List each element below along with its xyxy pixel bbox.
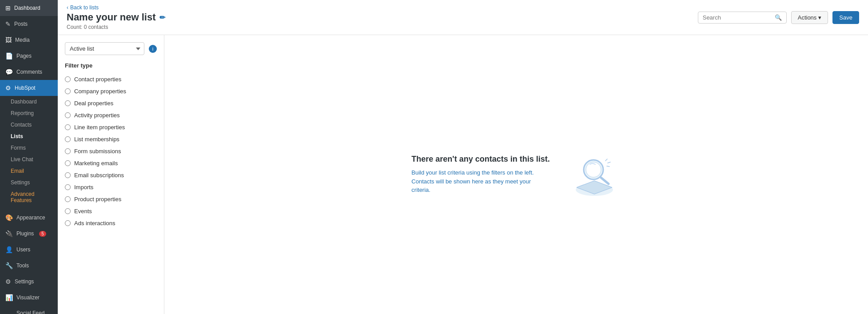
filter-option-activity-properties[interactable]: Activity properties	[65, 109, 157, 121]
filter-type-label: Filter type	[65, 62, 157, 69]
sidebar-sub-live-chat[interactable]: Live Chat	[0, 154, 58, 165]
save-button[interactable]: Save	[832, 11, 859, 24]
sidebar-item-comments[interactable]: 💬 Comments	[0, 64, 58, 80]
filter-radio-form-submissions[interactable]	[65, 148, 71, 154]
topbar: ‹ Back to lists Name your new list ✏ Cou…	[58, 0, 868, 35]
filter-radio-marketing-emails[interactable]	[65, 160, 71, 166]
dashboard-icon: ⊞	[5, 4, 11, 12]
edit-title-icon[interactable]: ✏	[159, 13, 165, 22]
title-section: ‹ Back to lists Name your new list ✏ Cou…	[67, 4, 165, 30]
back-chevron-icon: ‹	[67, 4, 68, 11]
sidebar-sub-hs-dashboard[interactable]: Dashboard	[0, 96, 58, 107]
search-box[interactable]: 🔍	[698, 12, 787, 24]
back-to-lists-link[interactable]: ‹ Back to lists	[67, 4, 165, 11]
page-title-area: Name your new list ✏ Count: 0 contacts	[67, 12, 165, 30]
main-area: ‹ Back to lists Name your new list ✏ Cou…	[58, 0, 868, 314]
filter-option-form-submissions[interactable]: Form submissions	[65, 145, 157, 157]
empty-state-title: There aren't any contacts in this list.	[411, 155, 549, 164]
visualizer-icon: 📊	[5, 294, 13, 301]
sidebar-item-social-feed-gallery[interactable]: 📷 Social Feed Gallery	[0, 306, 58, 314]
filter-option-marketing-emails[interactable]: Marketing emails	[65, 157, 157, 169]
page-title: Name your new list ✏	[67, 12, 165, 23]
filter-option-deal-properties[interactable]: Deal properties	[65, 97, 157, 109]
filter-radio-imports[interactable]	[65, 184, 71, 190]
filter-radio-line-item-properties[interactable]	[65, 124, 71, 130]
filter-option-ads-interactions[interactable]: Ads interactions	[65, 217, 157, 229]
plugins-badge: 5	[39, 231, 46, 237]
actions-button[interactable]: Actions ▾	[791, 11, 828, 24]
comments-icon: 💬	[5, 68, 13, 76]
sidebar-item-plugins[interactable]: 🔌 Plugins 5	[0, 226, 58, 242]
tools-icon: 🔧	[5, 262, 13, 269]
sidebar-sub-email[interactable]: Email	[0, 165, 58, 177]
sidebar-item-hubspot[interactable]: ⚙ HubSpot	[0, 80, 58, 96]
svg-line-3	[601, 178, 609, 184]
svg-line-6	[605, 159, 607, 161]
actions-dropdown-arrow-icon: ▾	[818, 14, 821, 21]
svg-point-5	[586, 162, 601, 177]
empty-state-text: There aren't any contacts in this list. …	[411, 155, 549, 195]
sidebar-sub-contacts[interactable]: Contacts	[0, 119, 58, 131]
empty-state: There aren't any contacts in this list. …	[164, 35, 868, 314]
filter-radio-activity-properties[interactable]	[65, 112, 71, 118]
content-area: Active list Static list i Filter type Co…	[58, 35, 868, 314]
sidebar-item-appearance[interactable]: 🎨 Appearance	[0, 210, 58, 226]
sidebar: ⊞ Dashboard ✎ Posts 🖼 Media 📄 Pages 💬 Co…	[0, 0, 58, 314]
appearance-icon: 🎨	[5, 214, 13, 221]
sidebar-item-pages[interactable]: 📄 Pages	[0, 48, 58, 64]
filter-radio-product-properties[interactable]	[65, 196, 71, 202]
filter-option-list-memberships[interactable]: List memberships	[65, 133, 157, 145]
page-subtitle: Count: 0 contacts	[67, 24, 165, 30]
settings-icon: ⚙	[5, 278, 11, 285]
filter-panel: Active list Static list i Filter type Co…	[58, 35, 164, 314]
sidebar-item-dashboard[interactable]: ⊞ Dashboard	[0, 0, 58, 16]
sidebar-item-tools[interactable]: 🔧 Tools	[0, 258, 58, 274]
svg-line-7	[608, 162, 610, 163]
sidebar-sub-settings[interactable]: Settings	[0, 177, 58, 188]
list-type-select[interactable]: Active list Static list	[65, 42, 144, 55]
filter-radio-contact-properties[interactable]	[65, 76, 71, 82]
filter-option-company-properties[interactable]: Company properties	[65, 85, 157, 97]
pages-icon: 📄	[5, 52, 13, 60]
sidebar-item-users[interactable]: 👤 Users	[0, 242, 58, 258]
filter-radio-email-subscriptions[interactable]	[65, 172, 71, 178]
filter-option-product-properties[interactable]: Product properties	[65, 193, 157, 205]
users-icon: 👤	[5, 246, 13, 253]
filter-option-contact-properties[interactable]: Contact properties	[65, 73, 157, 85]
sidebar-item-visualizer[interactable]: 📊 Visualizer	[0, 290, 58, 306]
filter-option-events[interactable]: Events	[65, 205, 157, 217]
sidebar-sub-reporting[interactable]: Reporting	[0, 107, 58, 119]
filter-radio-list-memberships[interactable]	[65, 136, 71, 142]
hubspot-icon: ⚙	[5, 84, 11, 91]
search-icon: 🔍	[775, 14, 782, 21]
filter-option-email-subscriptions[interactable]: Email subscriptions	[65, 169, 157, 181]
filter-panel-top: Active list Static list i	[65, 42, 157, 55]
sidebar-sub-forms[interactable]: Forms	[0, 142, 58, 154]
filter-option-imports[interactable]: Imports	[65, 181, 157, 193]
posts-icon: ✎	[5, 20, 11, 28]
filter-radio-ads-interactions[interactable]	[65, 220, 71, 226]
sidebar-item-posts[interactable]: ✎ Posts	[0, 16, 58, 32]
empty-state-description: Build your list criteria using the filte…	[411, 168, 536, 195]
sidebar-item-settings[interactable]: ⚙ Settings	[0, 274, 58, 290]
search-input[interactable]	[703, 14, 775, 21]
filter-option-line-item-properties[interactable]: Line item properties	[65, 121, 157, 133]
sidebar-sub-lists[interactable]: Lists	[0, 131, 58, 142]
plugins-icon: 🔌	[5, 230, 13, 237]
info-icon[interactable]: i	[149, 45, 157, 53]
filter-radio-company-properties[interactable]	[65, 88, 71, 94]
topbar-actions: 🔍 Actions ▾ Save	[698, 11, 859, 24]
empty-state-illustration	[568, 147, 621, 202]
sidebar-item-media[interactable]: 🖼 Media	[0, 32, 58, 48]
sidebar-sub-advanced-features[interactable]: Advanced Features	[0, 188, 58, 206]
svg-line-8	[607, 166, 609, 167]
filter-radio-events[interactable]	[65, 208, 71, 214]
media-icon: 🖼	[5, 36, 12, 44]
filter-radio-deal-properties[interactable]	[65, 100, 71, 106]
